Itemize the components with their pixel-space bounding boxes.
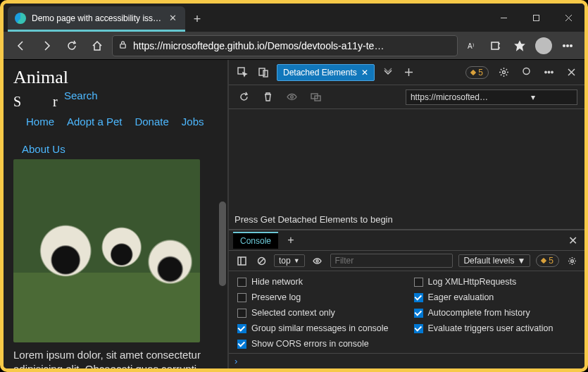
console-toolbar: top ▼ Default levels ▼ 5 <box>229 250 584 271</box>
settings-col-left: Hide networkPreserve logSelected context… <box>237 277 400 349</box>
log-levels-selector[interactable]: Default levels ▼ <box>458 254 530 267</box>
browser-window: Demo page with accessibility iss… ✕ + ht… <box>0 0 588 372</box>
app-menu-icon[interactable] <box>558 36 577 56</box>
collect-garbage-icon[interactable] <box>260 89 275 105</box>
setting-checkbox[interactable]: Evaluate triggers user activation <box>414 323 577 333</box>
detach-icon[interactable] <box>308 89 323 105</box>
collections-icon[interactable] <box>486 36 506 56</box>
maximize-button[interactable] <box>520 4 552 32</box>
toolbar-issues-counter[interactable]: 5 <box>536 254 559 267</box>
favorite-icon[interactable] <box>510 36 530 56</box>
svg-point-25 <box>290 96 293 99</box>
devtools-panel: Detached Elements ✕ 5 <box>229 60 584 368</box>
frame-selector[interactable]: https://microsoftedge.github.io/Demos/de… <box>406 89 577 105</box>
drawer-new-tab-icon[interactable]: + <box>284 234 298 247</box>
setting-checkbox[interactable]: Eager evaluation <box>414 292 577 302</box>
svg-text:A⁾: A⁾ <box>468 42 474 50</box>
checkbox-checked-icon <box>414 293 423 302</box>
warning-icon <box>470 69 476 75</box>
svg-point-22 <box>551 71 552 73</box>
checkbox-checked-icon <box>414 324 423 333</box>
svg-rect-28 <box>238 257 246 265</box>
site-info-icon[interactable] <box>118 40 127 51</box>
console-settings-gear-icon[interactable] <box>565 254 579 268</box>
setting-label: Log XMLHttpRequests <box>428 277 517 287</box>
issues-count: 5 <box>478 68 483 78</box>
toggle-sidebar-icon[interactable] <box>234 254 249 268</box>
svg-point-21 <box>548 71 549 73</box>
console-prompt[interactable]: › <box>229 353 584 368</box>
home-button[interactable] <box>87 35 108 56</box>
profile-avatar[interactable] <box>534 36 553 56</box>
setting-label: Eager evaluation <box>428 292 494 302</box>
tab-title: Demo page with accessibility iss… <box>32 13 161 23</box>
forward-button[interactable] <box>36 35 57 56</box>
detached-empty-message: Press Get Detached Elements to begin <box>229 109 584 230</box>
new-tab-button[interactable]: + <box>185 6 209 32</box>
drawer-close-icon[interactable]: ✕ <box>565 234 580 247</box>
setting-checkbox[interactable]: Selected context only <box>237 308 400 318</box>
edge-logo-icon <box>15 13 26 24</box>
settings-gear-icon[interactable] <box>496 65 511 80</box>
tab-close-icon[interactable]: ✕ <box>167 13 178 24</box>
eye-icon[interactable] <box>284 89 299 105</box>
address-bar[interactable]: https://microsoftedge.github.io/Demos/de… <box>112 35 458 56</box>
minimize-button[interactable] <box>487 4 520 32</box>
browser-tab[interactable]: Demo page with accessibility iss… ✕ <box>8 6 185 32</box>
device-toolbar-icon[interactable] <box>256 65 271 80</box>
tab-detached-elements[interactable]: Detached Elements ✕ <box>277 64 375 81</box>
setting-checkbox[interactable]: Preserve log <box>237 292 400 302</box>
nav-search[interactable]: Search <box>64 89 98 101</box>
console-drawer: Console + ✕ top ▼ Default levels ▼ <box>229 230 584 368</box>
checkbox-checked-icon <box>237 324 246 333</box>
more-options-icon[interactable] <box>541 65 556 80</box>
page-scrollbar[interactable] <box>219 202 226 286</box>
nav-donate[interactable]: Donate <box>135 116 168 128</box>
close-devtools-icon[interactable] <box>563 65 579 80</box>
svg-point-32 <box>316 260 318 262</box>
read-aloud-icon[interactable]: A⁾ <box>462 36 482 56</box>
nav-about[interactable]: About Us <box>22 143 65 155</box>
content-body: Animal S r Search Home Adopt a Pet Donat… <box>4 60 584 368</box>
hero-image <box>13 159 200 342</box>
svg-point-19 <box>523 68 530 75</box>
setting-label: Group similar messages in console <box>251 323 389 333</box>
inspect-element-icon[interactable] <box>234 65 250 80</box>
svg-rect-14 <box>259 68 265 75</box>
setting-checkbox[interactable]: Show CORS errors in console <box>237 339 400 349</box>
setting-label: Evaluate triggers user activation <box>428 323 553 333</box>
issues-counter[interactable]: 5 <box>465 66 489 79</box>
setting-checkbox[interactable]: Autocomplete from history <box>414 308 577 318</box>
svg-point-18 <box>502 71 505 74</box>
setting-label: Show CORS errors in console <box>251 339 369 349</box>
svg-line-31 <box>259 259 264 264</box>
console-filter-input[interactable] <box>330 254 453 268</box>
checkbox-unchecked-icon <box>237 309 246 318</box>
more-tabs-icon[interactable] <box>380 65 396 80</box>
toolbar-issues-count: 5 <box>549 256 553 266</box>
tab-console[interactable]: Console <box>233 232 278 249</box>
nav-jobs[interactable]: Jobs <box>182 116 204 128</box>
live-expression-icon[interactable] <box>311 254 325 268</box>
context-label: top <box>279 256 291 266</box>
levels-label: Default levels <box>463 256 514 266</box>
setting-checkbox[interactable]: Group similar messages in console <box>237 323 400 333</box>
context-selector[interactable]: top ▼ <box>274 254 305 267</box>
close-tab-icon[interactable]: ✕ <box>361 68 368 78</box>
new-tab-icon[interactable] <box>401 65 417 80</box>
setting-label: Hide network <box>251 277 303 287</box>
svg-point-12 <box>570 44 573 46</box>
setting-checkbox[interactable]: Log XMLHttpRequests <box>414 277 577 287</box>
clear-console-icon[interactable] <box>254 254 268 268</box>
refresh-button[interactable] <box>61 35 82 56</box>
chevron-down-icon: ▼ <box>517 256 525 266</box>
nav-home[interactable]: Home <box>26 116 54 128</box>
back-button[interactable] <box>11 35 32 56</box>
refresh-detached-icon[interactable] <box>236 89 251 105</box>
tab-detached-label: Detached Elements <box>283 68 357 78</box>
feedback-icon[interactable] <box>518 65 534 80</box>
close-window-button[interactable] <box>552 4 584 32</box>
setting-checkbox[interactable]: Hide network <box>237 277 400 287</box>
nav-adopt[interactable]: Adopt a Pet <box>67 116 122 128</box>
setting-label: Preserve log <box>251 292 301 302</box>
